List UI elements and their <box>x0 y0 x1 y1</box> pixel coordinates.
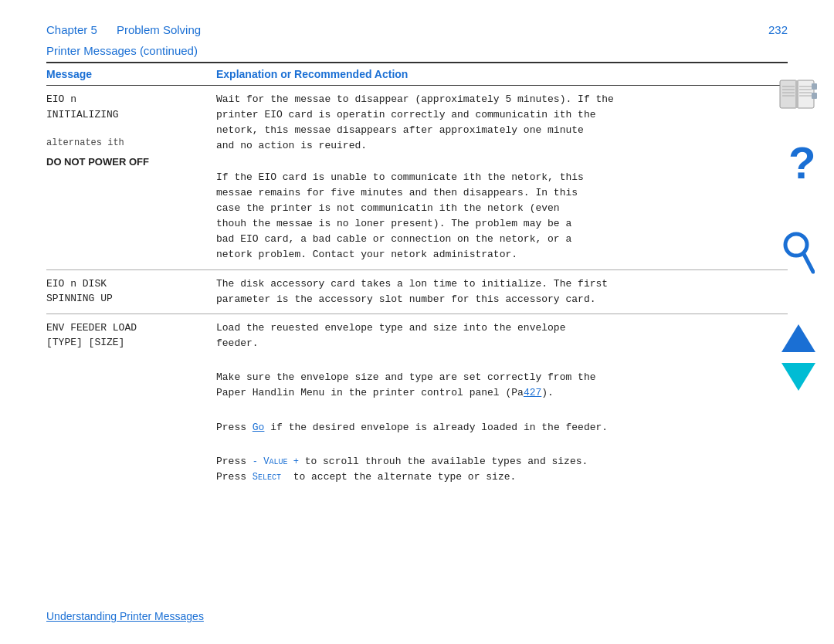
table-header: Message Explanation or Recommended Actio… <box>46 63 788 86</box>
explanation-cell-1: Wait for the messae to disappear (approx… <box>216 92 788 263</box>
arrow-down-icon[interactable] <box>781 363 815 391</box>
message-main-2: EIO n DISKSPINNING UP <box>46 276 216 307</box>
page-number: 232 <box>768 23 788 36</box>
search-icon <box>782 229 815 278</box>
svg-rect-1 <box>797 80 814 108</box>
value-key-label: - VALUE + <box>253 456 299 467</box>
message-alt-1: alternates ith <box>46 122 216 150</box>
message-extra-1: DO NOT POWER OFF <box>46 154 216 170</box>
go-link[interactable]: Go <box>253 422 265 433</box>
exp-p-3d: Press - VALUE + to scroll throuh the ava… <box>216 454 788 485</box>
svg-rect-2 <box>795 80 798 108</box>
svg-rect-12 <box>812 93 817 99</box>
svg-text:?: ? <box>788 138 815 185</box>
exp-p-3b: Make sure the envelope size and type are… <box>216 370 788 401</box>
right-icons-panel: ? <box>777 77 820 391</box>
svg-rect-0 <box>780 80 797 108</box>
header-chapter-section: Chapter 5 Problem Solving <box>46 23 201 36</box>
svg-line-15 <box>804 254 813 272</box>
page-header: Chapter 5 Problem Solving 232 <box>46 23 788 36</box>
table-row: EIO n DISKSPINNING UP The disk accessory… <box>46 270 788 314</box>
svg-rect-11 <box>812 83 817 90</box>
chapter-label: Chapter 5 <box>46 23 97 36</box>
question-icon: ? <box>782 138 815 187</box>
arrow-group <box>781 324 815 391</box>
col-explanation-header: Explanation or Recommended Action <box>216 68 788 80</box>
page-link-427[interactable]: 427 <box>524 387 541 398</box>
book-icon <box>777 77 820 115</box>
table-row: ENV FEEDER LOAD[TYPE] [SIZE] Load the re… <box>46 314 788 494</box>
select-key-label: SELECT <box>253 472 281 483</box>
message-cell-1: EIO nINITIALIZING alternates ith DO NOT … <box>46 92 216 263</box>
arrow-icons <box>781 324 815 391</box>
table-row: EIO nINITIALIZING alternates ith DO NOT … <box>46 86 788 270</box>
message-cell-3: ENV FEEDER LOAD[TYPE] [SIZE] <box>46 320 216 488</box>
exp-p-3a: Load the reuested envelope type and size… <box>216 320 788 351</box>
message-main-3: ENV FEEDER LOAD[TYPE] [SIZE] <box>46 320 216 351</box>
message-cell-2: EIO n DISKSPINNING UP <box>46 276 216 307</box>
message-main-1: EIO nINITIALIZING <box>46 92 216 122</box>
footer-link[interactable]: Understanding Printer Messages <box>46 610 204 622</box>
arrow-up-icon[interactable] <box>781 324 815 352</box>
exp-text-1a: Wait for the messae to disappear (approx… <box>216 93 614 151</box>
exp-text-2: The disk accessory card takes a lon time… <box>216 278 608 305</box>
explanation-cell-3: Load the reuested envelope type and size… <box>216 320 788 488</box>
section-label: Problem Solving <box>117 23 201 36</box>
col-message-header: Message <box>46 68 216 80</box>
exp-p-3c: Press Go if the desired envelope is alre… <box>216 420 788 436</box>
section-title: Printer Messages (continued) <box>46 44 788 57</box>
explanation-cell-2: The disk accessory card takes a lon time… <box>216 276 788 307</box>
exp-text-1b: If the EIO card is unable to communicate… <box>216 171 584 261</box>
page: Chapter 5 Problem Solving 232 Printer Me… <box>0 0 834 644</box>
